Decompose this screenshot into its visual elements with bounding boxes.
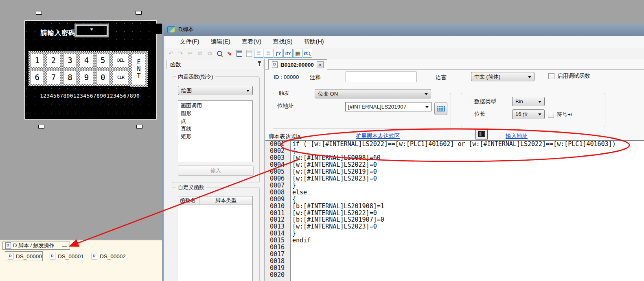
undo-icon[interactable]: ↶ <box>166 49 175 58</box>
menu-item[interactable]: 帮助(H) <box>298 36 330 47</box>
function-panel-title: 函数 <box>170 61 181 68</box>
script-code-area[interactable]: if ( [w:[#INTERNAL]LS2022]==[w:[PLC1]401… <box>291 141 644 281</box>
window-titlebar[interactable]: D脚本 <box>164 24 644 36</box>
list-item[interactable]: 点 <box>178 117 252 125</box>
code-line[interactable]: [w:[#INTERNAL]LS2023]=0 <box>291 223 644 230</box>
list-item[interactable]: 直线 <box>178 125 252 133</box>
keypad-key[interactable]: 0 <box>95 69 111 86</box>
comment-input[interactable] <box>346 72 416 82</box>
code-line[interactable]: { <box>291 196 644 203</box>
keypad-key[interactable]: 3 <box>62 52 78 69</box>
new-script-icon[interactable] <box>244 49 254 58</box>
pin-icon[interactable] <box>259 63 260 66</box>
dscript-item-ds00000[interactable]: DS_00000 <box>5 251 43 261</box>
del-clr-key-group[interactable]: DEL CLR <box>111 51 131 86</box>
code-line[interactable]: [b:[#INTERNAL]LS201908]=1 <box>291 203 644 210</box>
calculator-icon[interactable]: ▦ <box>293 49 302 58</box>
list-item[interactable]: 矩形 <box>178 133 252 140</box>
cut-icon[interactable]: ✂ <box>186 49 195 58</box>
code-line[interactable]: { <box>291 148 644 155</box>
code-line[interactable]: [w:[#INTERNAL]LS2019]=0 <box>291 168 644 175</box>
data-format-group: 数据类型 Bin 位长 16 位 符号+/- <box>461 93 605 127</box>
copy-icon[interactable]: ⧉ <box>195 49 205 58</box>
data-type-dropdown[interactable]: Bin <box>512 97 545 106</box>
line-number: 0007 <box>265 182 290 189</box>
if-hint-icon[interactable]: if? <box>283 49 293 58</box>
custom-functions-group: 自定义函数 函数名 脚本类型 <box>172 187 260 281</box>
numbered-list-icon[interactable]: ≣ <box>254 49 263 58</box>
close-tab-icon[interactable]: x <box>317 61 324 68</box>
code-line[interactable]: [w:[#INTERNAL]LS2022]=0 <box>291 210 644 217</box>
selection-handle[interactable] <box>136 125 142 129</box>
password-input-display[interactable]: * <box>76 25 107 36</box>
bit-length-dropdown[interactable]: 16 位 <box>512 109 545 119</box>
sign-checkbox[interactable]: 符号+/- <box>548 111 574 118</box>
function-hint-icon[interactable]: ƒ? <box>274 49 283 58</box>
trigger-condition-dropdown[interactable]: 位变 ON <box>315 89 431 98</box>
collapse-panel-button[interactable]: — <box>62 243 67 249</box>
dscript-item-ds00001[interactable]: DS_00001 <box>47 251 86 261</box>
code-line[interactable]: endif <box>291 237 644 244</box>
document-tab[interactable]: B0102:00000 x <box>268 59 327 70</box>
code-line[interactable]: } <box>291 230 644 237</box>
custom-function-table[interactable]: 函数名 脚本类型 <box>178 196 253 281</box>
function-category-dropdown[interactable]: 绘图 <box>178 86 253 95</box>
del-key[interactable]: DEL <box>111 52 130 69</box>
code-line[interactable]: [w:[#INTERNAL]LS0008]=60 <box>291 155 644 161</box>
code-line[interactable]: else <box>291 189 644 196</box>
keypad-key[interactable]: 8 <box>62 69 78 86</box>
keypad-key[interactable]: 5 <box>95 52 111 69</box>
insert-template-icon[interactable]: ≣ <box>264 49 273 58</box>
checkbox[interactable] <box>548 112 554 118</box>
enable-debug-checkbox[interactable]: 启用调试函数 <box>548 72 590 80</box>
code-line[interactable]: [b:[#INTERNAL]LS201907]=0 <box>291 216 644 223</box>
script-list-icon[interactable] <box>234 49 244 58</box>
clr-key[interactable]: CLR <box>111 69 130 86</box>
language-dropdown[interactable]: 中文 (简体) <box>471 72 534 81</box>
extended-script-link[interactable]: 扩展脚本表达式区 <box>356 133 400 140</box>
code-line[interactable]: [w:[#INTERNAL]LS2022]=0 <box>291 161 644 168</box>
enter-key-group[interactable]: E N T <box>130 51 148 87</box>
menu-item[interactable]: 编辑(E) <box>205 36 236 47</box>
list-item[interactable]: 画面调用 <box>178 102 252 109</box>
if-search-icon[interactable]: if <box>303 49 312 58</box>
input-address-link[interactable]: 输入地址 <box>506 133 528 140</box>
line-number: 0020 <box>265 272 290 279</box>
keypad-key[interactable]: 2 <box>45 52 61 69</box>
ent-key[interactable]: E N T <box>130 52 147 87</box>
paste-icon[interactable]: ⧉ <box>205 49 215 58</box>
list-item[interactable]: 圆形 <box>178 109 252 117</box>
bit-address-combo[interactable]: [#INTERNAL]LS201907 <box>345 102 432 111</box>
search-icon[interactable] <box>215 49 224 58</box>
selection-handle[interactable] <box>38 125 44 129</box>
code-line[interactable]: [w:[#INTERNAL]LS2023]=0 <box>291 175 644 182</box>
code-line[interactable]: } <box>291 182 644 189</box>
column-header-function-name[interactable]: 函数名 <box>178 196 199 205</box>
numeric-keypad-group[interactable]: 1 2 3 4 5 6 7 8 9 0 <box>28 51 112 86</box>
keyboard-icon <box>478 131 485 137</box>
selection-handle[interactable] <box>136 11 142 15</box>
builtin-function-list[interactable]: 画面调用圆形点直线矩形 <box>178 100 253 162</box>
keypad-key[interactable]: 9 <box>78 69 94 86</box>
hmi-screen-preview[interactable]: 請輸入密碼 * 1 2 3 4 5 6 7 8 9 0 <box>24 20 157 120</box>
code-line[interactable]: if ( [w:[#INTERNAL]LS2022]==[w:[PLC1]401… <box>291 141 644 148</box>
menu-item[interactable]: 查找(S) <box>267 36 298 47</box>
keypad-key[interactable]: 4 <box>78 52 94 69</box>
keypad-key[interactable]: 6 <box>29 69 45 86</box>
line-number: 0002 <box>265 148 290 155</box>
keypad-key[interactable]: 7 <box>45 69 61 86</box>
insert-button[interactable]: 输入 <box>178 166 254 176</box>
checkbox[interactable] <box>548 73 554 79</box>
dscript-item-ds00002[interactable]: DS_00002 <box>89 251 128 261</box>
dscript-icon <box>8 253 13 259</box>
redo-icon[interactable]: ↷ <box>176 49 185 58</box>
menu-item[interactable]: 文件(F) <box>174 36 205 47</box>
menu-item[interactable]: 查看(V) <box>236 36 267 47</box>
script-keypad-button[interactable] <box>475 129 488 139</box>
column-header-script-type[interactable]: 脚本类型 <box>199 196 252 205</box>
selection-handle[interactable] <box>36 11 42 15</box>
dscript-panel-header-tab[interactable]: D 脚本 / 触发操作 — <box>2 242 70 250</box>
address-keypad-button[interactable] <box>434 102 447 115</box>
keypad-key[interactable]: 1 <box>29 52 45 69</box>
jump-icon[interactable]: ⇘ <box>225 49 234 58</box>
